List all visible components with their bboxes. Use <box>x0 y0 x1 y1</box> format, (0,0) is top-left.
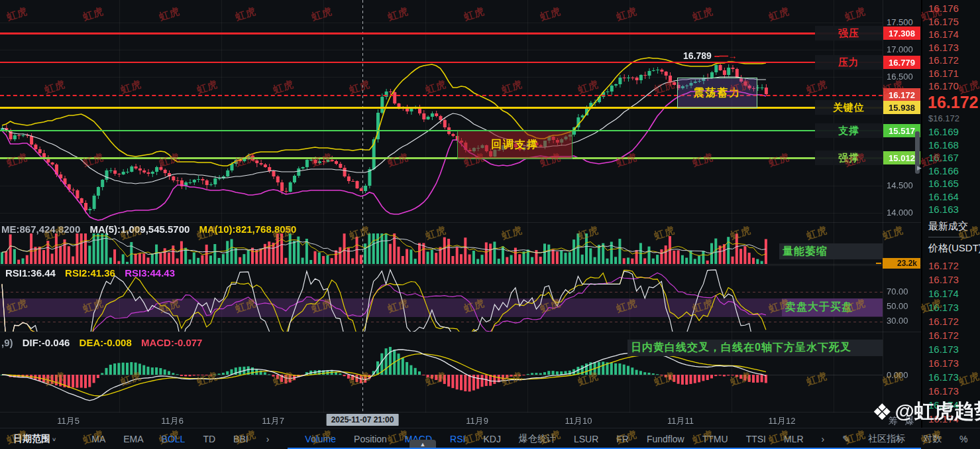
trade-row: 16.172 <box>928 330 959 341</box>
orderbook-ask-row[interactable]: 16.174 <box>928 29 959 40</box>
volume-indicator-row: ME:867,424.8200 MA(5):1,009,545.5700 MA(… <box>1 224 303 235</box>
price-axis-label: 16.500 <box>887 72 920 82</box>
toolbar-item-›[interactable]: › <box>266 434 270 444</box>
orderbook-ask-row[interactable]: 16.170 <box>928 80 959 92</box>
macd-dea-value: DEA:-0.008 <box>80 337 132 348</box>
toolbar-item-TTSI[interactable]: TTSI <box>746 434 766 444</box>
pane-separator <box>0 222 921 223</box>
toolbar-item-FR[interactable]: FR <box>616 434 629 444</box>
price-axis-label: 17.000 <box>887 44 920 54</box>
macd-dif-value: DIF:-0.046 <box>23 337 70 348</box>
last-price: 16.172 <box>928 93 978 112</box>
trade-row: 16.173 <box>928 357 959 369</box>
level-badge-strong-resistance: 17.308 <box>883 27 920 40</box>
level-badge-key-level: 15.938 <box>883 101 920 114</box>
orderbook-bid-row[interactable]: 16.164 <box>928 191 959 202</box>
macd-axis-zero: 0.000 <box>887 370 920 380</box>
orderbook-bid-row[interactable]: 16.165 <box>928 178 959 189</box>
volume-axis-badge: 23.2k <box>883 258 920 269</box>
price-axis-label: 14.500 <box>887 180 920 190</box>
level-badge-resistance: 16.779 <box>883 56 920 69</box>
chip-distribution-toggle[interactable]: 筹 <box>889 415 898 427</box>
toolbar-item-RSI[interactable]: RSI <box>450 434 465 444</box>
volume-ma10: MA(10):821,768.8050 <box>199 224 297 235</box>
annotation-note-sell-gt-buy: 卖盘大于买盘 <box>782 298 883 316</box>
annotation-note-volume-shrink: 量能萎缩 <box>779 243 883 259</box>
volume-axis-tick <box>876 263 881 264</box>
trade-row: 16.173 <box>928 344 959 355</box>
rsi2-value: RSI2:41.36 <box>65 267 115 279</box>
orderbook-bid-row[interactable]: 16.167 <box>928 152 959 163</box>
date-axis-label: 11月9 <box>466 415 488 427</box>
toolbar-item-对数[interactable]: 对数 <box>923 433 942 445</box>
toolbar-item-EMA[interactable]: EMA <box>123 434 143 444</box>
toolbar-item-社区指标[interactable]: 社区指标 <box>868 433 905 445</box>
toolbar-item-MLR[interactable]: MLR <box>784 434 804 444</box>
orderbook-ask-row[interactable]: 16.171 <box>928 68 959 79</box>
toolbar-item-爆仓统计[interactable]: 爆仓统计 <box>519 433 556 445</box>
annotation-note-macd-deathcross: 日内黄白线交叉，白线在0轴下方呈水下死叉 <box>627 340 883 356</box>
level-label-key-level: 关键位 <box>815 100 883 115</box>
level-line-resistance <box>0 62 883 63</box>
price-column-header: 价格(USDT) <box>928 242 980 255</box>
trade-row: 16.174 <box>928 413 959 424</box>
session-high-price: 16.789 <box>683 50 712 61</box>
rsi-axis-label: 30.00 <box>887 316 920 326</box>
date-axis-label: 11月6 <box>161 415 184 427</box>
trade-row: 16.174 <box>928 399 959 411</box>
orderbook-bid-row[interactable]: 16.163 <box>928 204 959 215</box>
toolbar-item-›[interactable]: › <box>822 434 825 444</box>
annotation-box-consolidation: 震荡蓄力 <box>677 78 757 108</box>
crosshair-date-badge: 2025-11-07 21:00 <box>327 414 399 426</box>
trade-row: 16.172 <box>928 260 959 271</box>
date-axis: 2025-11-07 21:00 11月511月611月711月911月1011… <box>0 413 921 428</box>
toolbar-item-%[interactable]: % <box>959 434 967 444</box>
toolbar-item-日期范围[interactable]: 日期范围˅ <box>13 433 56 445</box>
rsi3-value: RSI3:44.43 <box>125 267 175 279</box>
trade-row: 16.173 <box>928 302 959 313</box>
rsi1-value: RSI1:36.44 <box>5 267 56 279</box>
toolbar-item-TD[interactable]: TD <box>203 434 215 444</box>
latest-trades-title: 最新成交 <box>928 220 968 233</box>
trade-row: 16.173 <box>928 274 959 285</box>
orderbook-bid-row[interactable]: 16.168 <box>928 139 959 151</box>
toolbar-item-Fundflow[interactable]: Fundflow <box>647 434 684 444</box>
macd-value: MACD:-0.077 <box>141 337 203 348</box>
price-axis-label: 14.000 <box>887 208 920 218</box>
macd-params-suffix: ,9) <box>1 337 13 348</box>
price-axis-label: 17.500 <box>887 17 920 27</box>
level-badge-current-price: 16.172 <box>883 88 920 101</box>
date-axis-label: 11月11 <box>667 415 694 427</box>
toolbar-item-✎[interactable]: ✎ <box>842 434 850 444</box>
rsi-axis-label: 50.00 <box>887 301 920 311</box>
orderbook-ask-row[interactable]: 16.176 <box>928 3 959 14</box>
trade-row: 16.172 <box>928 316 959 327</box>
date-axis-label: 11月5 <box>57 415 80 427</box>
orderbook-ask-row[interactable]: 16.172 <box>928 54 959 66</box>
volume-value: ME:867,424.8200 <box>1 224 80 235</box>
toolbar-item-KDJ[interactable]: KDJ <box>483 434 500 444</box>
sidebar-divider <box>928 237 971 237</box>
orderbook-bid-row[interactable]: 16.166 <box>928 165 959 176</box>
arrow-right-icon: --––→ <box>714 50 737 61</box>
annotation-box-pullback-support: 回调支撑 <box>457 131 572 159</box>
trade-row: 16.173 <box>928 371 959 383</box>
date-axis-label: 11月12 <box>769 415 796 427</box>
toolbar-item-TTMU[interactable]: TTMU <box>702 434 728 444</box>
rsi-axis-label: 70.00 <box>887 287 920 296</box>
axis-scroll-arrow-icon[interactable]: ▶ <box>917 164 922 171</box>
liquidation-toggle[interactable]: 爆 <box>905 415 914 427</box>
toolbar-item-MA[interactable]: MA <box>91 434 105 444</box>
toolbar-item-Volume[interactable]: Volume <box>305 434 336 444</box>
level-line-strong-resistance <box>0 32 883 34</box>
orderbook-ask-row[interactable]: 16.175 <box>928 16 959 27</box>
toolbar-item-LSUR[interactable]: LSUR <box>574 434 598 444</box>
toolbar-item-BOLL[interactable]: BOLL <box>162 434 186 444</box>
chart-area: ME:867,424.8200 MA(5):1,009,545.5700 MA(… <box>0 0 921 428</box>
orderbook-ask-row[interactable]: 16.173 <box>928 42 959 53</box>
orderbook-bid-row[interactable]: 16.169 <box>928 126 959 137</box>
toolbar-item-BBI[interactable]: BBI <box>233 434 248 444</box>
volume-ma5: MA(5):1,009,545.5700 <box>89 224 190 235</box>
toolbar-item-Position[interactable]: Position <box>354 434 387 444</box>
pane-separator <box>0 265 921 266</box>
